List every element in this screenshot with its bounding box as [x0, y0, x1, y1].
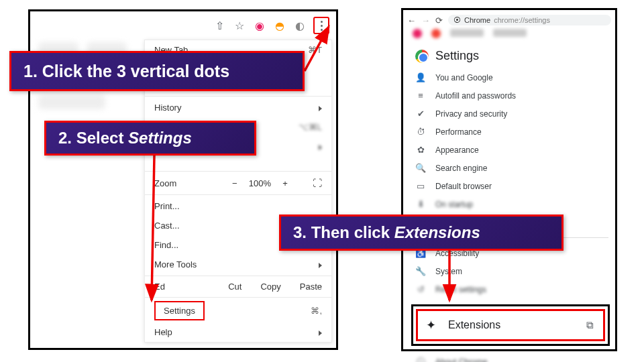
three-dots-menu-button[interactable]	[313, 17, 329, 34]
open-external-icon: ⧉	[586, 319, 594, 331]
reset-icon: ↺	[415, 284, 426, 294]
url-text: chrome://settings	[494, 16, 550, 24]
zoom-label: Zoom	[154, 178, 176, 188]
url-bar[interactable]: ⦿ Chrome chrome://settings	[448, 15, 611, 25]
settings-item-system[interactable]: 🔧System	[413, 265, 608, 277]
bookmark-bar	[403, 29, 615, 41]
settings-item-autofill[interactable]: ≡Autofill and passwords	[413, 90, 608, 101]
menu-separator	[145, 96, 331, 97]
submenu-arrow-icon	[319, 259, 322, 269]
person-icon: 👤	[415, 72, 426, 82]
submenu-arrow-icon	[319, 327, 322, 337]
share-icon[interactable]: ⇧	[213, 18, 226, 33]
menu-zoom: Zoom − 100% + ⛶	[145, 173, 331, 193]
url-label: Chrome	[464, 16, 490, 24]
settings-heading: Settings	[415, 49, 479, 63]
cut-button[interactable]: Cut	[219, 278, 251, 296]
zoom-in-button[interactable]: +	[279, 178, 291, 188]
callout-step-1: 1. Click the 3 vertical dots	[9, 51, 305, 91]
settings-item-performance[interactable]: ⏱Performance	[413, 126, 608, 137]
extensions-highlight-outer: ✦ Extensions ⧉	[411, 304, 610, 346]
chrome-settings-panel: ← → ⟳ ⦿ Chrome chrome://settings Setting…	[401, 8, 617, 351]
star-icon[interactable]: ☆	[233, 18, 246, 33]
menu-separator	[145, 171, 331, 172]
menu-edit-row: Ed Cut Copy Paste	[145, 278, 331, 296]
back-icon[interactable]: ←	[407, 15, 416, 25]
menu-print[interactable]: Print...	[145, 196, 331, 216]
ext-gray-icon[interactable]: ◐	[293, 18, 307, 33]
settings-item-about[interactable]: ⓘAbout Chrome	[413, 355, 608, 362]
menu-separator	[145, 194, 331, 195]
forward-icon[interactable]: →	[421, 15, 430, 25]
speed-icon: ⏱	[415, 127, 426, 137]
settings-highlight: Settings	[154, 301, 205, 320]
appearance-icon: ✿	[415, 145, 426, 155]
ext-orange-icon[interactable]: ◓	[273, 18, 286, 33]
submenu-arrow-icon	[319, 103, 322, 113]
copy-button[interactable]: Copy	[251, 278, 290, 296]
paste-button[interactable]: Paste	[290, 278, 331, 296]
chrome-glyph-icon: ⦿	[453, 16, 461, 24]
settings-item-search-engine[interactable]: 🔍Search engine	[413, 162, 608, 174]
menu-settings[interactable]: Settings ⌘,	[145, 299, 331, 322]
menu-label: History	[154, 103, 181, 113]
browser-toolbar: ⇧ ☆ ◉ ◓ ◐	[213, 14, 329, 37]
menu-more-tools[interactable]: More Tools	[145, 255, 331, 274]
browser-icon: ▭	[415, 181, 426, 191]
settings-item-extensions[interactable]: ✦ Extensions ⧉	[416, 309, 605, 341]
wrench-icon: 🔧	[415, 266, 426, 276]
ext-pink-icon[interactable]: ◉	[253, 18, 266, 33]
menu-help[interactable]: Help	[145, 322, 331, 342]
menu-shortcut: ⌘T	[308, 45, 322, 55]
zoom-value: 100%	[249, 178, 271, 188]
menu-separator	[145, 276, 331, 276]
chrome-logo-icon	[415, 50, 429, 63]
settings-item-privacy[interactable]: ✔Privacy and security	[413, 108, 608, 119]
menu-shortcut: ⌥⌘L	[299, 122, 322, 132]
edit-label: Ed	[145, 278, 219, 296]
menu-hidden-row2	[145, 156, 331, 170]
settings-item-hidden[interactable]: ⬇On startup	[413, 198, 608, 210]
search-icon: 🔍	[415, 163, 426, 173]
shield-icon: ✔	[415, 109, 426, 119]
menu-shortcut: ⌘,	[311, 306, 322, 316]
settings-item-default-browser[interactable]: ▭Default browser	[413, 180, 608, 192]
callout-step-3: 3. Then click Extensions	[279, 215, 564, 251]
callout-step-2: 2. Select Settings	[44, 121, 256, 156]
menu-separator	[145, 297, 331, 298]
settings-item-reset[interactable]: ↺Reset settings	[413, 284, 608, 295]
settings-item-you-and-google[interactable]: 👤You and Google	[413, 72, 608, 83]
autofill-icon: ≡	[415, 90, 426, 101]
address-bar: ← → ⟳ ⦿ Chrome chrome://settings	[407, 13, 611, 27]
menu-history[interactable]: History	[145, 98, 331, 117]
settings-item-appearance[interactable]: ✿Appearance	[413, 144, 608, 156]
zoom-out-button[interactable]: −	[229, 178, 241, 188]
reload-icon[interactable]: ⟳	[435, 15, 443, 25]
puzzle-icon: ✦	[426, 318, 436, 333]
fullscreen-icon[interactable]: ⛶	[313, 178, 322, 188]
